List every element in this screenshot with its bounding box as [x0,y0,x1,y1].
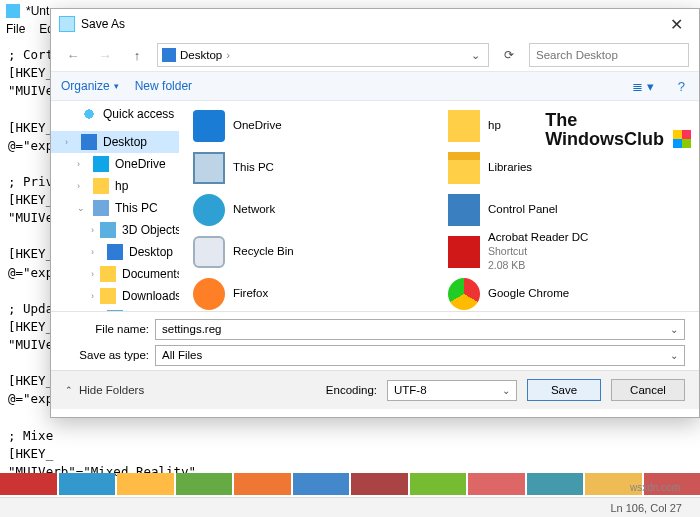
chevron-up-icon: ⌃ [65,385,73,395]
filename-value: settings.reg [162,323,221,335]
item-label: Google Chrome [488,287,569,301]
dialog-footer: ⌃ Hide Folders Encoding: UTF-8 ⌄ Save Ca… [51,370,699,409]
content-item-thispc[interactable]: This PC [189,147,434,189]
sidebar-item-documents[interactable]: ›Documents [51,263,179,285]
item-label: Acrobat Reader DC Shortcut 2.08 KB [488,231,588,272]
sidebar-item-downloads[interactable]: ›Downloads [51,285,179,307]
cropped-taskbar-strip [0,473,700,495]
breadcrumb-location[interactable]: Desktop [180,49,222,61]
control-panel-icon [448,194,480,226]
item-label: This PC [233,161,274,175]
recycle-bin-icon [193,236,225,268]
notepad-title-text: *Unt [26,4,49,18]
savetype-label: Save as type: [65,349,149,361]
watermark-site: wsxdn.com [630,482,680,493]
toolbar: Organize ▾ New folder ≣ ▾ ? [51,71,699,101]
chevron-down-icon[interactable]: ⌄ [670,324,678,335]
item-label: Recycle Bin [233,245,294,259]
content-item-acrobat[interactable]: Acrobat Reader DC Shortcut 2.08 KB [444,231,689,273]
folder-icon [448,110,480,142]
chevron-down-icon[interactable]: ⌄ [467,49,484,62]
network-icon [193,194,225,226]
libraries-icon [448,152,480,184]
content-item-network[interactable]: Network [189,189,434,231]
organize-button[interactable]: Organize ▾ [61,79,119,93]
item-size: 2.08 KB [488,259,525,271]
sidebar-label: 3D Objects [122,223,179,237]
sidebar-item-hp[interactable]: ›hp [51,175,179,197]
savetype-value: All Files [162,349,202,361]
folder-icon [100,266,116,282]
dialog-title: Save As [81,17,662,31]
desktop-icon [107,244,123,260]
onedrive-icon [93,156,109,172]
content-item-controlpanel[interactable]: Control Panel [444,189,689,231]
save-label: Save [551,384,577,396]
pc-icon [193,152,225,184]
close-icon[interactable]: ✕ [662,13,691,36]
new-folder-button[interactable]: New folder [135,79,192,93]
sidebar[interactable]: Quick access ›Desktop ›OneDrive ›hp ⌄Thi… [51,101,179,311]
folder-icon [100,288,116,304]
hide-folders-label: Hide Folders [79,384,144,396]
menu-file[interactable]: File [6,22,25,42]
encoding-select[interactable]: UTF-8 ⌄ [387,380,517,401]
breadcrumb[interactable]: Desktop › ⌄ [157,43,489,67]
search-input[interactable]: Search Desktop [529,43,689,67]
save-button[interactable]: Save [527,379,601,401]
item-label: OneDrive [233,119,282,133]
sidebar-label: hp [115,179,128,193]
back-button[interactable]: ← [61,43,85,67]
cancel-label: Cancel [630,384,666,396]
encoding-value: UTF-8 [394,384,427,396]
save-as-dialog: Save As ✕ ← → ↑ Desktop › ⌄ ⟳ Search Des… [50,8,700,418]
item-type: Shortcut [488,245,527,257]
desktop-icon [162,48,176,62]
forward-button: → [93,43,117,67]
sidebar-label: Desktop [103,135,147,149]
savetype-select[interactable]: All Files ⌄ [155,345,685,366]
folder-icon [93,178,109,194]
chevron-down-icon[interactable]: ⌄ [502,385,510,396]
sidebar-label: Desktop [129,245,173,259]
chevron-down-icon: ▾ [114,81,119,91]
onedrive-icon [193,110,225,142]
chevron-down-icon[interactable]: ⌄ [670,350,678,361]
item-label: Control Panel [488,203,558,217]
dialog-titlebar[interactable]: Save As ✕ [51,9,699,39]
item-label: Libraries [488,161,532,175]
breadcrumb-sep[interactable]: › [226,49,230,61]
refresh-button[interactable]: ⟳ [497,43,521,67]
content-item-firefox[interactable]: Firefox [189,273,434,311]
sidebar-item-quick-access[interactable]: Quick access [51,103,179,125]
content-item-hp[interactable]: hp [444,105,689,147]
item-label: hp [488,119,501,133]
cube-icon [100,222,116,238]
content-item-recycle[interactable]: Recycle Bin [189,231,434,273]
content-item-onedrive[interactable]: OneDrive [189,105,434,147]
pc-icon [93,200,109,216]
content-pane[interactable]: OneDrive hp This PC Libraries Network Co… [179,101,699,311]
star-icon [81,106,97,122]
cancel-button[interactable]: Cancel [611,379,685,401]
filename-input[interactable]: settings.reg ⌄ [155,319,685,340]
sidebar-item-desktop[interactable]: ›Desktop [51,131,179,153]
item-name: Acrobat Reader DC [488,231,588,243]
content-item-libraries[interactable]: Libraries [444,147,689,189]
hide-folders-button[interactable]: ⌃ Hide Folders [65,384,144,396]
sidebar-label: Documents [122,267,179,281]
firefox-icon [193,278,225,310]
sidebar-item-onedrive[interactable]: ›OneDrive [51,153,179,175]
desktop-icon [81,134,97,150]
sidebar-item-desktop2[interactable]: ›Desktop [51,241,179,263]
chrome-icon [448,278,480,310]
content-item-chrome[interactable]: Google Chrome [444,273,689,311]
organize-label: Organize [61,79,110,93]
sidebar-item-thispc[interactable]: ⌄This PC [51,197,179,219]
up-button[interactable]: ↑ [125,43,149,67]
sidebar-label: This PC [115,201,158,215]
view-button[interactable]: ≣ ▾ [628,79,658,94]
sidebar-item-3dobjects[interactable]: ›3D Objects [51,219,179,241]
notepad-statusbar: Ln 106, Col 27 [0,497,700,517]
help-button[interactable]: ? [674,79,689,94]
